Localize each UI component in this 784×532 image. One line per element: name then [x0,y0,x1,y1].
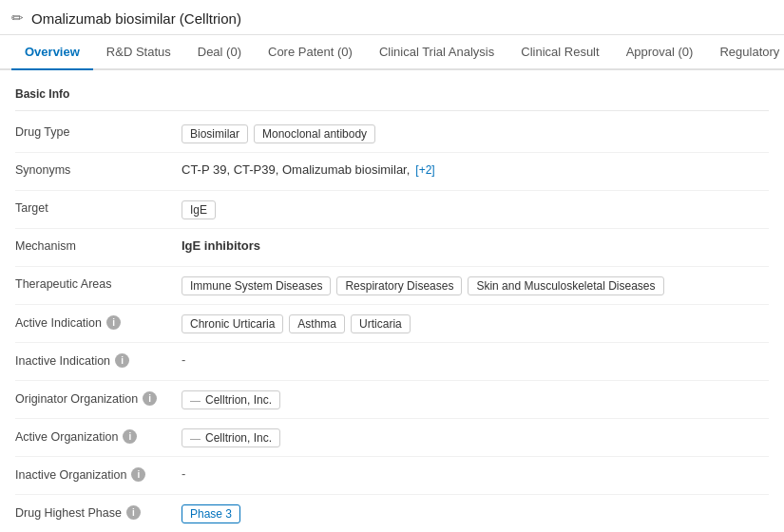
value-inactive-org: - [182,466,769,481]
info-icon-inactive-org[interactable]: i [131,467,145,482]
content-area: Basic Info Drug Type Biosimilar Monoclon… [0,70,784,532]
label-drug-type: Drug Type [15,124,182,139]
page-title: Omalizumab biosimilar (Celltrion) [31,10,241,27]
tag-skin-musculoskeletal[interactable]: Skin and Musculoskeletal Diseases [468,276,663,295]
value-target: IgE [182,200,769,219]
info-icon-active-indication[interactable]: i [106,315,121,330]
active-org-dash-icon: — [190,432,201,444]
tab-deal[interactable]: Deal (0) [184,35,255,70]
section-basic-info: Basic Info [15,82,769,111]
tag-phase-3[interactable]: Phase 3 [182,504,240,523]
tab-regulatory-review[interactable]: Regulatory Review (0) [706,35,784,70]
page-header: ✏ Omalizumab biosimilar (Celltrion) [0,0,784,35]
inactive-indication-dash: - [182,352,185,367]
label-active-org: Active Organization i [15,428,182,444]
row-mechanism: Mechanism IgE inhibitors [15,229,769,267]
edit-icon: ✏ [11,10,24,27]
value-synonyms: CT-P 39, CT-P39, Omalizumab biosimilar, … [182,162,769,177]
label-mechanism: Mechanism [15,238,182,253]
row-originator-org: Originator Organization i — Celltrion, I… [15,381,769,419]
row-synonyms: Synonyms CT-P 39, CT-P39, Omalizumab bio… [15,153,769,191]
info-icon-inactive-indication[interactable]: i [115,353,129,368]
synonyms-text: CT-P 39, CT-P39, Omalizumab biosimilar, [182,162,410,177]
label-drug-highest-phase: Drug Highest Phase i [15,504,182,520]
tag-urticaria[interactable]: Urticaria [351,314,411,333]
label-inactive-org: Inactive Organization i [15,466,182,482]
active-org-name: Celltrion, Inc. [205,431,272,445]
label-synonyms: Synonyms [15,162,182,177]
value-originator-org: — Celltrion, Inc. [182,390,769,409]
tag-respiratory[interactable]: Respiratory Diseases [336,276,462,295]
value-active-indication: Chronic Urticaria Asthma Urticaria [182,314,769,333]
label-inactive-indication: Inactive Indication i [15,352,182,368]
info-icon-originator-org[interactable]: i [143,391,157,406]
tab-clinical-result[interactable]: Clinical Result [507,35,612,70]
originator-org-name: Celltrion, Inc. [205,393,272,407]
inactive-org-dash: - [182,466,185,481]
info-icon-drug-phase[interactable]: i [126,505,141,520]
synonyms-more-link[interactable]: [+2] [415,163,434,177]
row-active-org: Active Organization i — Celltrion, Inc. [15,419,769,457]
tag-immune-system[interactable]: Immune System Diseases [182,276,331,295]
tab-rd-status[interactable]: R&D Status [93,35,184,70]
label-originator-org: Originator Organization i [15,390,182,406]
row-inactive-org: Inactive Organization i - [15,457,769,495]
row-active-indication: Active Indication i Chronic Urticaria As… [15,305,769,343]
info-icon-active-org[interactable]: i [123,429,137,444]
badge-originator-org[interactable]: — Celltrion, Inc. [182,390,280,409]
value-therapeutic-areas: Immune System Diseases Respiratory Disea… [182,276,769,295]
tag-biosimilar[interactable]: Biosimilar [182,124,248,143]
mechanism-value: IgE inhibitors [182,238,260,253]
tab-core-patent[interactable]: Core Patent (0) [255,35,366,70]
label-target: Target [15,200,182,215]
tag-ige[interactable]: IgE [182,200,216,219]
badge-active-org[interactable]: — Celltrion, Inc. [182,428,280,447]
value-drug-highest-phase: Phase 3 [182,504,769,523]
label-active-indication: Active Indication i [15,314,182,330]
tab-overview[interactable]: Overview [11,35,93,70]
row-drug-highest-phase: Drug Highest Phase i Phase 3 [15,495,769,532]
tab-approval[interactable]: Approval (0) [613,35,707,70]
tab-clinical-trial[interactable]: Clinical Trial Analysis [366,35,507,70]
tabs-bar: Overview R&D Status Deal (0) Core Patent… [0,35,784,70]
tag-chronic-urticaria[interactable]: Chronic Urticaria [182,314,283,333]
tag-monoclonal-antibody[interactable]: Monoclonal antibody [254,124,375,143]
row-inactive-indication: Inactive Indication i - [15,343,769,381]
row-drug-type: Drug Type Biosimilar Monoclonal antibody [15,115,769,153]
value-mechanism: IgE inhibitors [182,238,769,253]
row-target: Target IgE [15,191,769,229]
value-active-org: — Celltrion, Inc. [182,428,769,447]
value-drug-type: Biosimilar Monoclonal antibody [182,124,769,143]
org-dash-icon: — [190,394,201,406]
row-therapeutic-areas: Therapeutic Areas Immune System Diseases… [15,267,769,305]
tag-asthma[interactable]: Asthma [289,314,345,333]
value-inactive-indication: - [182,352,769,367]
label-therapeutic-areas: Therapeutic Areas [15,276,182,291]
